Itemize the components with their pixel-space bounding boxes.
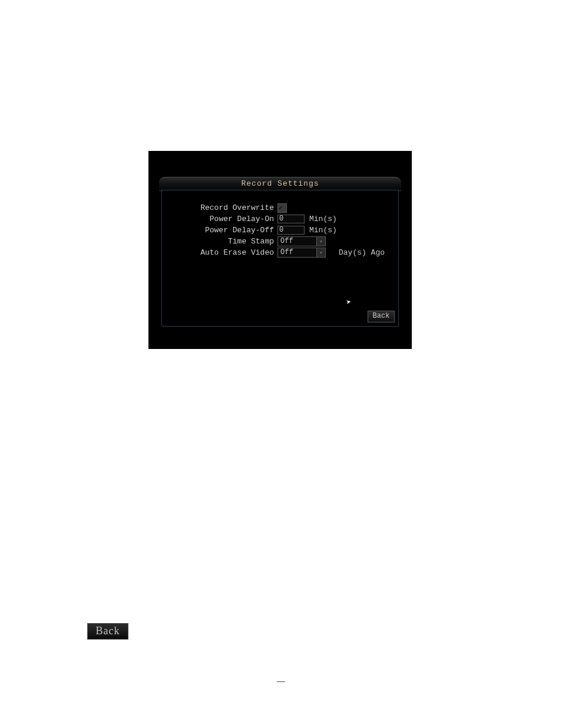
select-auto-erase-video[interactable]: Off ▾: [277, 248, 326, 258]
dialog-panel: Record Overwrite Power Delay-On 0 Min(s)…: [161, 190, 399, 327]
chevron-down-icon: ▾: [316, 237, 325, 246]
input-power-delay-off[interactable]: 0: [277, 226, 305, 235]
unit-power-delay-on: Min(s): [305, 213, 337, 225]
input-power-delay-on[interactable]: 0: [277, 215, 305, 223]
label-record-overwrite: Record Overwrite: [168, 202, 277, 213]
select-auto-erase-value: Off: [280, 247, 293, 258]
dialog-title-bar: Record Settings: [159, 177, 401, 191]
row-power-delay-off: Power Delay-Off 0 Min(s): [168, 225, 392, 236]
row-record-overwrite: Record Overwrite: [168, 202, 392, 213]
back-button[interactable]: Back: [368, 311, 395, 322]
row-time-stamp: Time Stamp Off ▾: [168, 236, 392, 247]
label-power-delay-on: Power Delay-On: [168, 213, 277, 225]
label-time-stamp: Time Stamp: [168, 236, 277, 247]
page-marker: —: [0, 677, 562, 686]
unit-auto-erase-video: Day(s) Ago: [326, 247, 385, 258]
dialog-title: Record Settings: [241, 179, 319, 188]
checkbox-record-overwrite[interactable]: [277, 203, 287, 213]
row-power-delay-on: Power Delay-On 0 Min(s): [168, 213, 392, 225]
settings-form: Record Overwrite Power Delay-On 0 Min(s)…: [168, 202, 392, 258]
row-auto-erase-video: Auto Erase Video Off ▾ Day(s) Ago: [168, 247, 392, 258]
label-auto-erase-video: Auto Erase Video: [168, 247, 277, 258]
label-power-delay-off: Power Delay-Off: [168, 225, 277, 236]
select-time-stamp-value: Off: [280, 236, 293, 247]
record-settings-dialog: Record Settings Record Overwrite Power D…: [148, 151, 412, 349]
select-time-stamp[interactable]: Off ▾: [277, 236, 326, 246]
chevron-down-icon: ▾: [316, 248, 325, 257]
unit-power-delay-off: Min(s): [305, 225, 337, 236]
back-button-graphic[interactable]: Back: [87, 623, 128, 640]
